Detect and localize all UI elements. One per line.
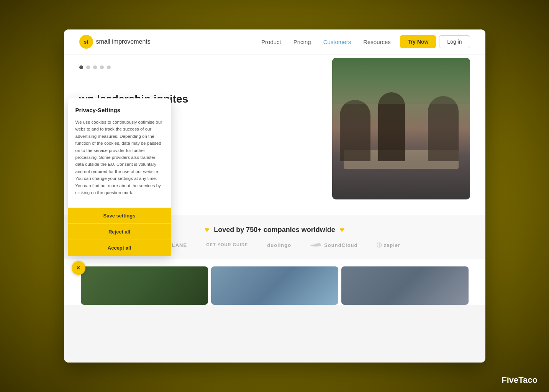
privacy-buttons: Save settings Reject all Accept all <box>68 207 171 256</box>
watermark: FiveTaco <box>501 375 538 385</box>
privacy-content: Privacy-Settings We use cookies to conti… <box>68 98 171 202</box>
privacy-body: We use cookies to continuously optimise … <box>75 119 164 196</box>
privacy-title: Privacy-Settings <box>75 107 164 113</box>
save-settings-button[interactable]: Save settings <box>68 208 171 224</box>
accept-all-button[interactable]: Accept all <box>68 240 171 256</box>
privacy-overlay: Privacy-Settings We use cookies to conti… <box>64 29 485 363</box>
privacy-modal: Privacy-Settings We use cookies to conti… <box>68 98 171 256</box>
reject-all-button[interactable]: Reject all <box>68 224 171 240</box>
close-button[interactable]: × <box>72 261 85 275</box>
